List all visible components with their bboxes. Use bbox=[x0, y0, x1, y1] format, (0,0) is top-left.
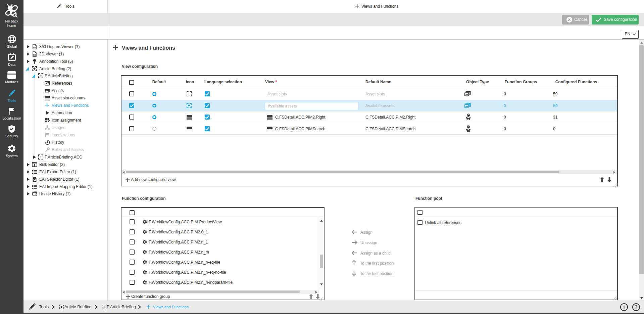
svg-text:360: 360 bbox=[34, 47, 36, 48]
svg-text:P: P bbox=[467, 126, 469, 128]
svg-text:3D: 3D bbox=[34, 54, 36, 56]
svg-text:P: P bbox=[467, 114, 469, 116]
